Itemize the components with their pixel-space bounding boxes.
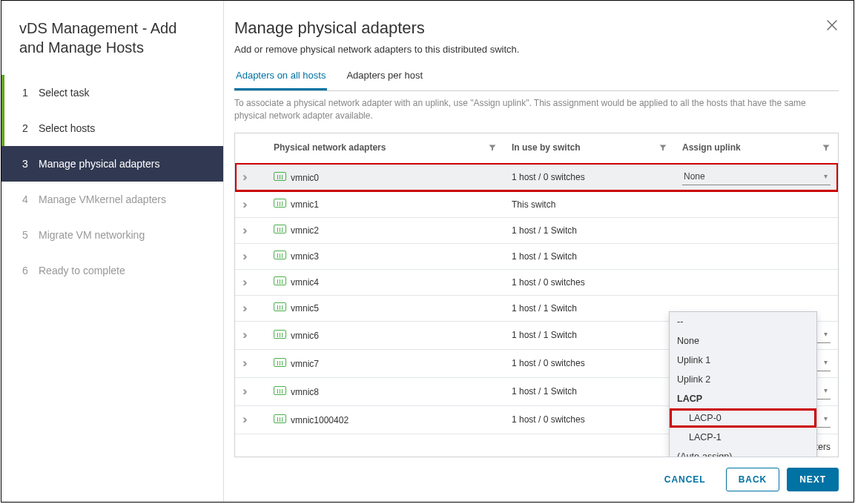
adapter-name: vmnic0: [291, 173, 319, 183]
back-button[interactable]: BACK: [726, 468, 780, 491]
wizard-steps: 1Select task2Select hosts3Manage physica…: [1, 75, 223, 288]
cell-in-use: 1 host / 1 Switch: [504, 321, 675, 349]
wizard-step[interactable]: 2Select hosts: [1, 110, 223, 146]
dropdown-item[interactable]: Uplink 2: [670, 370, 816, 389]
tab[interactable]: Adapters per host: [345, 62, 424, 90]
expand-icon[interactable]: ››: [242, 198, 245, 210]
footer-buttons: CANCEL BACK NEXT: [234, 457, 839, 491]
step-number: 6: [16, 265, 34, 276]
expand-icon[interactable]: ››: [242, 276, 245, 288]
cell-assign-uplink: None▾: [675, 163, 838, 191]
wizard-step[interactable]: 5Migrate VM networking: [1, 217, 223, 253]
expand-icon[interactable]: ››: [242, 170, 245, 183]
cell-in-use: 1 host / 1 Switch: [504, 243, 675, 269]
adapter-name: vmnic4: [291, 277, 319, 288]
cell-in-use: 1 host / 1 Switch: [504, 295, 675, 321]
table-row[interactable]: ››vmnic31 host / 1 Switch: [235, 243, 838, 269]
col-physical-adapters[interactable]: Physical network adapters: [266, 133, 504, 164]
adapter-name: vmnic3: [291, 251, 319, 262]
step-label: Manage physical adapters: [39, 158, 159, 170]
col-label: Physical network adapters: [274, 142, 386, 153]
adapter-name: vmnic1: [291, 199, 319, 210]
table-row[interactable]: ››vmnic21 host / 1 Switch: [235, 217, 838, 243]
col-assign-uplink[interactable]: Assign uplink: [675, 133, 838, 164]
dropdown-item[interactable]: --: [670, 312, 816, 331]
expand-icon[interactable]: ››: [242, 385, 245, 397]
nic-icon: [274, 251, 286, 259]
cell-adapter: vmnic1000402: [266, 405, 504, 434]
step-label: Select hosts: [39, 122, 95, 134]
tab[interactable]: Adapters on all hosts: [234, 62, 327, 90]
close-icon[interactable]: [824, 17, 840, 33]
col-in-use-by-switch[interactable]: In use by switch: [504, 133, 675, 164]
wizard-step[interactable]: 4Manage VMkernel adapters: [1, 182, 223, 217]
chevron-down-icon: ▾: [824, 330, 828, 338]
cell-in-use: 1 host / 0 switches: [504, 405, 675, 434]
table-row[interactable]: ››vmnic41 host / 0 switches: [235, 269, 838, 295]
chevron-down-icon: ▾: [824, 414, 828, 422]
nic-icon: [274, 302, 286, 311]
step-label: Ready to complete: [39, 265, 125, 276]
step-number: 5: [16, 229, 34, 241]
adapter-name: vmnic8: [291, 387, 319, 397]
cell-adapter: vmnic3: [266, 243, 504, 269]
cell-assign-uplink: [675, 191, 838, 217]
nic-icon: [274, 225, 286, 233]
col-label: Assign uplink: [682, 142, 741, 153]
expand-icon[interactable]: ››: [242, 357, 245, 369]
chevron-down-icon: ▾: [824, 172, 828, 180]
cancel-button[interactable]: CANCEL: [652, 468, 719, 491]
step-number: 4: [16, 193, 34, 205]
wizard-step[interactable]: 6Ready to complete: [1, 253, 223, 288]
table-row[interactable]: ››vmnic1This switch: [235, 191, 838, 217]
dropdown-item[interactable]: LACP-1: [670, 428, 816, 447]
cell-in-use: 1 host / 1 Switch: [504, 217, 675, 243]
cell-adapter: vmnic0: [266, 163, 504, 191]
nic-icon: [274, 330, 286, 339]
expand-icon[interactable]: ››: [242, 250, 245, 262]
nic-icon: [274, 172, 286, 181]
table-row[interactable]: ››vmnic01 host / 0 switchesNone▾: [235, 163, 838, 191]
cell-assign-uplink: [675, 217, 838, 243]
nic-icon: [274, 414, 286, 423]
cell-in-use: 1 host / 0 switches: [504, 349, 675, 377]
nic-icon: [274, 358, 286, 367]
page-title: Manage physical adapters: [234, 16, 839, 38]
filter-icon[interactable]: [822, 142, 831, 154]
page-subtitle: Add or remove physical network adapters …: [234, 44, 839, 55]
adapter-name: vmnic2: [291, 225, 319, 236]
dropdown-item[interactable]: Uplink 1: [670, 351, 816, 370]
chevron-down-icon: ▾: [824, 358, 828, 366]
expand-icon[interactable]: ››: [242, 328, 245, 341]
wizard-sidebar: vDS Management - Add and Manage Hosts 1S…: [1, 1, 224, 502]
dialog-vds-manage-hosts: vDS Management - Add and Manage Hosts 1S…: [1, 0, 854, 503]
col-label: In use by switch: [512, 142, 581, 153]
wizard-title: vDS Management - Add and Manage Hosts: [1, 19, 223, 75]
uplink-select[interactable]: None▾: [682, 170, 831, 185]
cell-adapter: vmnic2: [266, 217, 504, 243]
step-label: Migrate VM networking: [39, 229, 145, 241]
nic-icon: [274, 276, 286, 285]
step-label: Manage VMkernel adapters: [39, 193, 166, 205]
uplink-value: None: [684, 171, 705, 182]
adapter-name: vmnic1000402: [291, 415, 349, 425]
uplink-dropdown[interactable]: --NoneUplink 1Uplink 2LACPLACP-0LACP-1(A…: [669, 311, 817, 457]
expand-icon[interactable]: ››: [242, 302, 245, 314]
wizard-step[interactable]: 1Select task: [1, 75, 223, 110]
dropdown-item[interactable]: (Auto-assign): [670, 447, 816, 457]
chevron-down-icon: ▾: [824, 386, 828, 394]
dropdown-item[interactable]: None: [670, 331, 816, 351]
cell-adapter: vmnic7: [266, 349, 504, 377]
cell-assign-uplink: [675, 269, 838, 295]
filter-icon[interactable]: [658, 142, 667, 154]
cell-in-use: This switch: [504, 191, 675, 217]
wizard-step[interactable]: 3Manage physical adapters: [1, 146, 223, 182]
step-number: 1: [16, 87, 34, 99]
filter-icon[interactable]: [488, 142, 497, 154]
expand-icon[interactable]: ››: [242, 413, 245, 425]
expand-icon[interactable]: ››: [242, 224, 245, 236]
next-button[interactable]: NEXT: [787, 468, 839, 491]
adapter-name: vmnic6: [291, 331, 319, 341]
adapter-name: vmnic5: [291, 303, 319, 314]
dropdown-item[interactable]: LACP-0: [670, 408, 816, 428]
